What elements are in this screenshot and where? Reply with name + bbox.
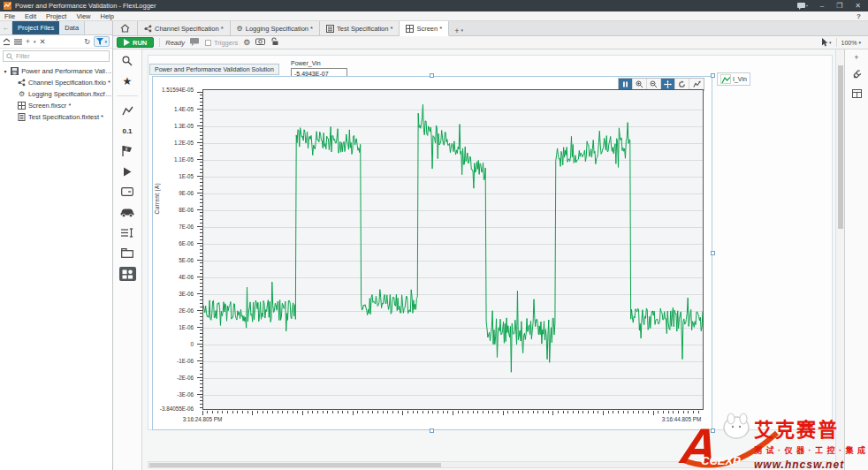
horizontal-scrollbar-thumb[interactable] xyxy=(149,463,441,467)
y-tick-label: 0 xyxy=(190,341,194,347)
document-tab-bar: Channel Specification * ⚙ Logging Specif… xyxy=(113,21,868,36)
panels-grid-icon[interactable] xyxy=(852,89,862,100)
add-item-caret-icon[interactable]: ▾ xyxy=(34,37,36,46)
palette-numeric-icon[interactable]: 0.1 xyxy=(118,125,136,137)
palette-favorites-icon[interactable]: ★ xyxy=(118,75,136,87)
palette-graph-icon[interactable] xyxy=(118,104,136,117)
menu-project[interactable]: Project xyxy=(46,12,66,20)
back-arrow-button[interactable]: ← xyxy=(0,21,12,34)
filter-input[interactable]: Filter xyxy=(3,50,110,62)
widget-palette: ★ 0.1 F xyxy=(113,49,142,470)
channel-spec-icon xyxy=(18,79,26,87)
palette-vehicle-icon[interactable] xyxy=(118,206,136,218)
menu-bar: File Edit Project View Help ? xyxy=(0,11,868,21)
project-panel: ← Project Files Data + ▾ ✕ ↻ ▾ xyxy=(0,21,113,470)
tree-item-test-spec[interactable]: Test Specification.flxtest * xyxy=(0,111,112,123)
screen-sub-tab[interactable]: Power and Performance Validation Solutio… xyxy=(149,64,279,75)
palette-widgets-icon-selected[interactable] xyxy=(119,267,136,281)
add-panel-icon[interactable]: + xyxy=(854,53,858,62)
filter-placeholder: Filter xyxy=(16,53,30,59)
selection-handle-bottom-right[interactable] xyxy=(711,428,715,433)
palette-button-icon[interactable] xyxy=(118,186,136,198)
tree-item-label: Logging Specification.flxcfg * xyxy=(28,90,112,98)
project-panel-toolbar: + ▾ ✕ ↻ ▾ xyxy=(0,35,112,49)
minimize-button[interactable]: – xyxy=(820,2,824,10)
screen-canvas[interactable]: Power and Performance Validation Solutio… xyxy=(142,49,835,470)
comment-bubble-icon[interactable] xyxy=(190,38,200,48)
x-axis-start-label: 3:16:24.805 PM xyxy=(174,416,231,422)
tab-project-files[interactable]: Project Files xyxy=(12,21,59,34)
palette-slider-icon[interactable] xyxy=(118,226,136,239)
run-button[interactable]: RUN xyxy=(117,37,154,48)
filter-funnel-button[interactable]: ▾ xyxy=(94,36,110,47)
tree-item-channel-spec[interactable]: Channel Specification.flxio * xyxy=(0,77,112,88)
palette-tab-container-icon[interactable] xyxy=(118,246,136,259)
pointer-tool-icon[interactable]: ▾ xyxy=(821,38,832,47)
add-tab-button[interactable]: + ▾ xyxy=(449,27,468,35)
list-view-icon[interactable] xyxy=(14,38,22,46)
menu-edit[interactable]: Edit xyxy=(25,12,36,20)
tab-label: Screen * xyxy=(416,25,442,33)
tab-data[interactable]: Data xyxy=(59,21,85,34)
refresh-icon[interactable]: ↻ xyxy=(84,37,90,46)
vertical-scrollbar-thumb[interactable] xyxy=(838,65,843,229)
help-icon[interactable]: ? xyxy=(857,12,861,20)
selection-handle-top-right[interactable] xyxy=(711,73,715,78)
test-spec-icon xyxy=(326,25,334,33)
expand-caret-icon[interactable]: ▾ xyxy=(3,68,8,74)
tab-screen[interactable]: Screen * xyxy=(400,21,449,36)
add-item-button[interactable]: + xyxy=(26,37,30,46)
window-title: Power and Performance Validation - FlexL… xyxy=(15,2,797,10)
menu-help[interactable]: Help xyxy=(101,12,114,20)
gear-icon: ⚙ xyxy=(18,90,26,98)
status-text: Ready xyxy=(165,39,185,47)
y-tick-label: 4E-06 xyxy=(179,274,194,280)
y-tick-label: 8E-06 xyxy=(179,207,194,213)
menu-file[interactable]: File xyxy=(4,12,15,20)
menu-view[interactable]: View xyxy=(76,12,90,20)
feedback-bubble-icon[interactable] xyxy=(797,3,808,10)
vertical-scrollbar[interactable] xyxy=(835,49,844,470)
selection-handle-right[interactable] xyxy=(711,251,715,255)
horizontal-scrollbar[interactable] xyxy=(148,461,833,468)
right-tool-strip: + xyxy=(844,49,868,470)
remove-item-button[interactable]: ✕ xyxy=(39,37,45,46)
close-button[interactable]: ✕ xyxy=(855,2,861,10)
palette-search-icon[interactable] xyxy=(118,55,136,67)
collapse-all-icon[interactable] xyxy=(3,38,11,46)
plot-area[interactable] xyxy=(202,89,704,410)
palette-play-icon[interactable] xyxy=(118,165,136,178)
y-tick-label: 3E-06 xyxy=(179,291,194,297)
tree-item-logging-spec[interactable]: ⚙ Logging Specification.flxcfg * xyxy=(0,88,112,100)
zoom-level-dropdown[interactable]: 100% ▾ xyxy=(841,40,861,46)
y-tick-label: 1.51594E-05 xyxy=(162,87,194,93)
screenshot-icon[interactable] xyxy=(255,38,265,47)
y-tick-label: 9E-06 xyxy=(179,190,194,196)
y-tick-label: 2E-06 xyxy=(179,307,194,314)
run-label: RUN xyxy=(133,39,147,47)
search-icon xyxy=(6,53,13,60)
y-tick-label: 1.1E-05 xyxy=(174,156,194,163)
tree-item-screen[interactable]: Screen.flxscr * xyxy=(0,100,112,111)
restore-button[interactable]: ❐ xyxy=(836,2,842,10)
unlock-icon[interactable] xyxy=(270,37,278,48)
y-tick-label: -3E-06 xyxy=(177,391,194,398)
palette-flag-indicator-icon[interactable]: F xyxy=(118,145,136,157)
tree-item-label: Power and Performance Validatio... xyxy=(21,67,112,75)
screen-doc-icon xyxy=(406,25,414,33)
tab-channel-specification[interactable]: Channel Specification * xyxy=(138,21,231,35)
tab-label: Test Specification * xyxy=(337,25,392,33)
graph-widget[interactable]: Current (A) 1.51594E-051.4E-051.3E-051.2… xyxy=(152,76,712,430)
selection-handle-top[interactable] xyxy=(430,73,434,78)
channel-spec-icon xyxy=(144,25,152,33)
wrench-icon[interactable] xyxy=(852,70,862,81)
triggers-checkbox[interactable] xyxy=(205,40,211,46)
tab-home[interactable] xyxy=(113,21,138,35)
selection-handle-bottom[interactable] xyxy=(430,428,434,433)
tab-test-specification[interactable]: Test Specification * xyxy=(320,21,400,35)
tree-item-project-root[interactable]: ▾ Power and Performance Validatio... xyxy=(0,65,112,77)
tab-logging-specification[interactable]: ⚙ Logging Specification * xyxy=(231,21,320,35)
zoom-level-value: 100% xyxy=(841,40,857,46)
settings-gear-icon[interactable]: ⚙ xyxy=(243,38,250,47)
graph-legend[interactable]: I_Vin xyxy=(717,72,750,86)
